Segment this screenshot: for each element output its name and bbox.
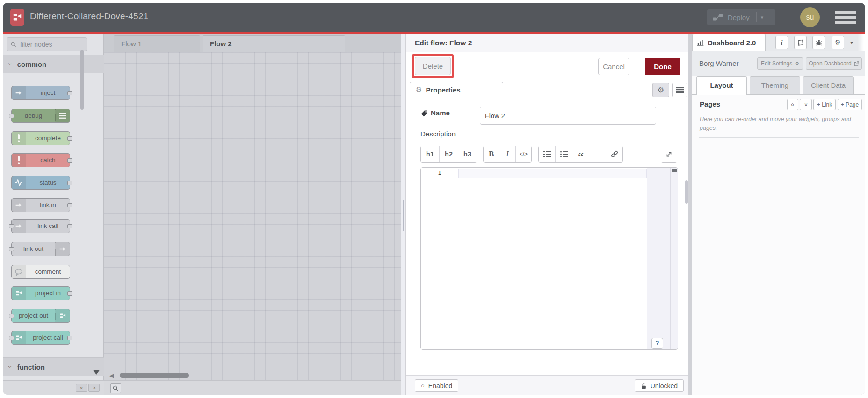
exclamation-icon (12, 154, 26, 167)
exclamation-icon (12, 132, 26, 145)
canvas-search-button[interactable] (110, 383, 121, 393)
sidebar-separator[interactable] (688, 34, 692, 395)
node-red-app: Different-Collared-Dove-4521 Deploy ▾ su… (3, 3, 865, 395)
gear-icon: ⚙ (795, 61, 799, 67)
cancel-button[interactable]: Cancel (598, 58, 629, 75)
tab-properties[interactable]: ⚙ Properties (410, 82, 503, 97)
bold-button[interactable]: B (484, 146, 499, 162)
dialog-scrollbar[interactable] (685, 180, 688, 204)
heading2-button[interactable]: h2 (440, 146, 458, 162)
edit-settings-button[interactable]: Edit Settings ⚙ (757, 57, 803, 70)
move-up-button[interactable]: « (787, 99, 798, 110)
editor-scrollbar-thumb[interactable] (672, 169, 677, 172)
user-avatar[interactable]: su (800, 7, 820, 27)
markdown-help-button[interactable]: ? (651, 338, 663, 349)
palette-node-project-call[interactable]: project call (11, 331, 70, 345)
ordered-list-button[interactable] (539, 146, 556, 162)
unordered-list-button[interactable] (556, 146, 572, 162)
workspace-canvas: Flow 1 Flow 2 ◀ (104, 34, 401, 395)
deploy-dropdown-icon[interactable]: ▾ (761, 14, 764, 21)
palette-node-label: project call (26, 331, 70, 344)
node-palette: › common injectdebugcompletecatchstatusl… (3, 34, 104, 395)
palette-node-link-in[interactable]: link in (11, 198, 70, 212)
deploy-separator (756, 12, 757, 22)
dashboard-project-row: Borg Warner Edit Settings ⚙ Open Dashboa… (692, 51, 865, 76)
scroll-left-icon[interactable]: ◀ (109, 372, 114, 379)
palette-scrollbar[interactable] (80, 50, 84, 110)
palette-node-status[interactable]: status (11, 176, 70, 190)
avatar-initials: su (806, 13, 814, 21)
collapse-all-button[interactable]: « (76, 384, 87, 392)
add-page-button[interactable]: + Page (838, 99, 862, 110)
gear-icon: ⚙ (416, 85, 422, 94)
open-dashboard-button[interactable]: Open Dashboard (806, 57, 862, 70)
palette-node-debug[interactable]: debug (11, 109, 70, 123)
palette-footer: « « (3, 380, 104, 395)
sidebar-tabs-dropdown[interactable]: ▾ (850, 36, 853, 49)
main-menu-button[interactable] (835, 11, 856, 26)
horizontal-scrollbar[interactable] (120, 373, 189, 378)
bug-icon (815, 39, 823, 46)
pages-hint-text: Here you can re-order and move your widg… (700, 115, 854, 133)
flow-enabled-toggle[interactable]: ○ Enabled (415, 379, 458, 392)
tab-layout[interactable]: Layout (696, 76, 747, 95)
help-tab-button[interactable] (794, 36, 807, 49)
expand-editor-button[interactable] (661, 146, 677, 162)
book-icon (797, 39, 804, 46)
tab-theming[interactable]: Theming (750, 76, 800, 94)
node-output-port (67, 203, 72, 207)
italic-button[interactable]: I (499, 146, 515, 162)
link-button[interactable] (606, 146, 622, 162)
flow-locked-toggle[interactable]: Unlocked (635, 379, 684, 392)
done-button[interactable]: Done (645, 58, 680, 75)
deploy-button[interactable]: Deploy ▾ (707, 9, 775, 25)
palette-category-function[interactable]: › function (3, 357, 104, 376)
tray-grab-bar (403, 200, 404, 231)
project-icon (55, 309, 70, 322)
palette-node-comment[interactable]: comment (11, 265, 70, 279)
tab-flow-2[interactable]: Flow 2 (203, 35, 345, 52)
tab-dashboard-2[interactable]: Dashboard 2.0 (692, 34, 766, 51)
right-sidebar: Dashboard 2.0 i ⚙ ▾ Borg Warner Edit Set… (692, 34, 865, 395)
node-output-port (67, 291, 72, 296)
move-down-button[interactable]: « (800, 99, 812, 110)
gear-icon: ⚙ (835, 38, 841, 47)
expand-all-button[interactable]: « (88, 384, 100, 392)
palette-node-link-out[interactable]: link out (11, 242, 70, 256)
palette-node-list: injectdebugcompletecatchstatuslink inlin… (3, 34, 104, 395)
palette-node-label: catch (26, 154, 70, 167)
delete-button[interactable]: Delete (415, 57, 451, 75)
description-label: Description (420, 130, 456, 138)
node-output-port (67, 136, 72, 141)
list-icon (55, 109, 70, 122)
palette-node-label: debug (12, 109, 55, 122)
flow-name-input[interactable] (480, 107, 656, 125)
palette-node-project-out[interactable]: project out (11, 309, 70, 323)
node-input-port (9, 336, 14, 340)
node-output-port (67, 224, 72, 228)
palette-node-inject[interactable]: inject (11, 86, 70, 100)
info-icon: i (781, 39, 782, 47)
flow-canvas-grid[interactable] (104, 52, 401, 380)
tab-flow-1[interactable]: Flow 1 (114, 35, 200, 52)
debug-tab-button[interactable] (812, 36, 825, 49)
tray-resize-handle[interactable] (401, 34, 405, 395)
tab-client-data[interactable]: Client Data (803, 76, 854, 94)
heading1-button[interactable]: h1 (421, 146, 440, 162)
palette-node-link-call[interactable]: link call (11, 219, 70, 233)
palette-node-project-in[interactable]: project in (11, 286, 70, 300)
horizontal-rule-button[interactable]: — (589, 146, 606, 162)
palette-node-catch[interactable]: catch (11, 153, 70, 167)
blockquote-button[interactable]: “ (572, 146, 589, 162)
edit-properties-toggle-button[interactable]: ⚙ (652, 83, 669, 97)
palette-scroll-down-icon (93, 370, 100, 375)
add-link-button[interactable]: + Link (813, 99, 836, 110)
code-button[interactable]: </> (516, 146, 531, 162)
heading3-button[interactable]: h3 (458, 146, 477, 162)
list-icon (676, 87, 684, 93)
description-editor[interactable]: 1 ? (420, 167, 678, 350)
info-tab-button[interactable]: i (775, 36, 788, 49)
node-description-toggle-button[interactable] (672, 83, 687, 97)
config-tab-button[interactable]: ⚙ (832, 36, 844, 49)
palette-node-complete[interactable]: complete (11, 131, 70, 145)
